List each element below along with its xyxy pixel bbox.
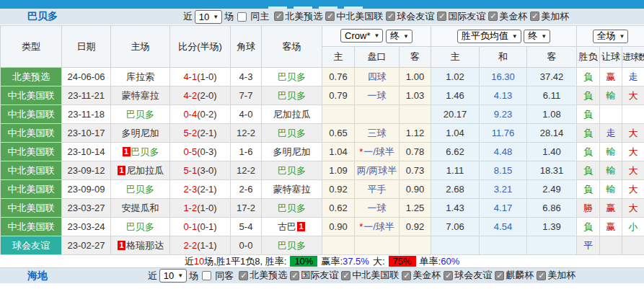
score-halftime: (1-1) (197, 240, 216, 251)
same-home-checkbox[interactable] (237, 12, 247, 22)
checkbox-checked-icon[interactable] (274, 12, 283, 21)
col-header-home: 主场 (111, 26, 170, 68)
table-row: 中北美国联 23-09-12 1尼加拉瓜 5-1(3-0) 12-2 巴贝多 1… (1, 161, 644, 180)
corners-cell: 12-2 (231, 161, 262, 180)
league-filter-item[interactable]: 美金杯 (400, 269, 441, 282)
matches-unit-label: 场 (189, 270, 198, 283)
away-cell: 蒙特塞拉 (262, 180, 322, 199)
avg-home-cell: 2.68 (431, 180, 480, 199)
score-halftime: (3-0) (197, 165, 216, 176)
avg-source-select[interactable]: 胜平负均值▼ (457, 30, 521, 43)
league-filter-item[interactable]: 球会友谊 (384, 10, 434, 23)
handicap-text: 一球 (368, 90, 387, 101)
score-cell: 0-5(0-3) (170, 143, 231, 161)
same-home-label: 同主 (250, 10, 269, 23)
league-filter-item[interactable]: 北美预选 (237, 269, 287, 282)
checkbox-checked-icon[interactable] (290, 271, 299, 280)
result-cell: 負 (577, 218, 600, 236)
table-row: 中北美国联 23-10-17 多明尼加 5-2(2-1) 12-2 巴贝多 0.… (1, 124, 644, 143)
corners-cell: 17-2 (231, 199, 262, 218)
score-cell: 0-1(0-1) (170, 218, 231, 236)
checkbox-checked-icon[interactable] (239, 271, 248, 280)
checkbox-checked-icon[interactable] (325, 12, 335, 21)
col-header-handicap-result: 让球 (600, 47, 622, 68)
avg-final-select[interactable]: 终▼ (524, 30, 550, 43)
checkbox-checked-icon[interactable] (386, 12, 395, 21)
avg-draw-cell: 11.76 (480, 124, 527, 143)
avg-draw-cell: 4.54 (480, 218, 527, 236)
col-header-goals: 进球数 (622, 47, 644, 68)
goals-cell: 大 (622, 180, 644, 199)
home-cell: 巴贝多 (111, 105, 170, 124)
checkbox-checked-icon[interactable] (341, 271, 350, 280)
matches-unit-label: 场 (224, 10, 234, 23)
chevron-down-icon: ▼ (213, 14, 219, 20)
odds-away-cell: 0.73 (400, 161, 431, 180)
odds-home-cell: 0.90 (322, 218, 355, 236)
league-filter-item[interactable]: 美加杯 (535, 269, 575, 282)
away-cell: 古巴1 (262, 218, 322, 236)
date-cell: 23-02-27 (62, 236, 111, 255)
handicap-text: 一/球半 (363, 221, 394, 232)
checkbox-checked-icon[interactable] (402, 271, 411, 280)
checkbox-checked-icon[interactable] (437, 12, 446, 21)
goals-cell: 大 (622, 199, 644, 218)
same-away-checkbox[interactable] (202, 271, 211, 280)
odds-home-cell: 0.65 (322, 124, 355, 143)
checkbox-checked-icon[interactable] (530, 12, 539, 21)
league-filter-item[interactable]: 中北美国联 (324, 10, 383, 23)
scope-select[interactable]: 全场▼ (593, 30, 629, 43)
handicap-cell: 三球 (355, 124, 400, 143)
bottom-league-list: 北美预选 国际友谊 中北美国联 美金杯 球会友谊 麒麟杯 美加杯 (236, 269, 575, 283)
avg-away-cell: 6.86 (527, 199, 577, 218)
league-filter-item[interactable]: 美金杯 (487, 10, 527, 23)
table-row: 中北美国联 23-11-21 蒙特塞拉 4-2(2-0) 7-7 巴贝多 0.7… (1, 86, 644, 105)
checkbox-checked-icon[interactable] (495, 271, 504, 280)
odds-final-select[interactable]: 终▼ (386, 30, 413, 43)
home-team-name: 安提瓜和 (122, 203, 159, 213)
avg-home-cell: 6.62 (431, 143, 480, 161)
goals-cell: 大 (622, 161, 644, 180)
match-count-select[interactable]: 10▼ (195, 10, 222, 24)
avg-away-cell: 6.11 (527, 86, 577, 105)
away-team-title[interactable]: 海地 (27, 270, 48, 283)
away-team-name: 巴贝多 (278, 203, 306, 213)
odds-away-cell: 1.12 (400, 124, 431, 143)
home-team-name: 巴贝多 (126, 184, 154, 195)
type-cell: 中北美国联 (1, 105, 62, 124)
home-team-filter-bar: 巴贝多 近 10▼ 场 同主 北美预选 中北美国联 球会友谊 国际友谊 美金杯 … (0, 9, 644, 25)
league-filter-item[interactable]: 北美预选 (273, 10, 322, 23)
match-count-select-bottom[interactable]: 10▼ (159, 269, 187, 283)
away-team-name: 古巴 (278, 221, 296, 232)
checkbox-checked-icon[interactable] (537, 271, 546, 280)
home-cell: 巴贝多 (111, 180, 170, 199)
checkbox-checked-icon[interactable] (444, 271, 453, 280)
league-filter-item[interactable]: 球会友谊 (442, 269, 492, 282)
avg-away-cell: 1.40 (527, 143, 577, 161)
handicap-cell: 一球 (355, 86, 400, 105)
col-header-corners: 角球 (231, 26, 262, 68)
home-team-title[interactable]: 巴贝多 (27, 10, 58, 23)
type-cell: 中北美国联 (1, 180, 62, 199)
matches-table: 类型 日期 主场 比分(半场) 角球 客场 Crow*▼ 终▼ 胜平负均值▼ 终… (0, 25, 644, 255)
top-league-list: 北美预选 中北美国联 球会友谊 国际友谊 美金杯 美加杯 (271, 10, 569, 24)
date-cell: 23-09-12 (62, 161, 111, 180)
league-filter-item[interactable]: 麒麟杯 (493, 269, 534, 282)
odds-away-cell: 1.03 (400, 86, 431, 105)
type-cell: 中北美国联 (1, 124, 62, 143)
league-filter-item[interactable]: 国际友谊 (436, 10, 485, 23)
away-cell: 多明尼加 (262, 143, 322, 161)
odds-source-select[interactable]: Crow*▼ (340, 29, 383, 43)
type-cell: 中北美国联 (1, 86, 62, 105)
checkbox-checked-icon[interactable] (488, 12, 498, 21)
avg-draw-cell: 4.13 (480, 86, 527, 105)
odds-away-cell: 1.25 (400, 199, 431, 218)
corners-cell: 2-6 (231, 180, 262, 199)
league-filter-item[interactable]: 美加杯 (529, 10, 569, 23)
league-filter-item[interactable]: 国际友谊 (288, 269, 338, 282)
league-filter-item[interactable]: 中北美国联 (340, 269, 399, 282)
odds-home-cell: 0.76 (322, 68, 355, 86)
type-cell: 北美预选 (1, 68, 62, 86)
avg-home-cell: 1.11 (431, 161, 480, 180)
handicap-result-cell: 赢 (600, 218, 622, 236)
